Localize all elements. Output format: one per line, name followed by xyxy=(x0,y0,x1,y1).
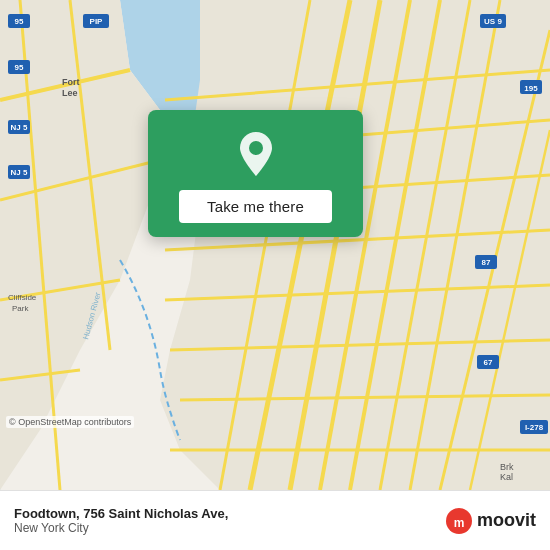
svg-text:95: 95 xyxy=(15,17,24,26)
place-name: Foodtown, 756 Saint Nicholas Ave, xyxy=(14,506,228,521)
place-info: Foodtown, 756 Saint Nicholas Ave, New Yo… xyxy=(14,506,228,535)
svg-text:NJ 5: NJ 5 xyxy=(11,168,28,177)
svg-text:Brk: Brk xyxy=(500,462,514,472)
svg-text:m: m xyxy=(454,516,465,530)
svg-text:Park: Park xyxy=(12,304,29,313)
svg-point-55 xyxy=(249,141,263,155)
svg-text:Cliffside: Cliffside xyxy=(8,293,37,302)
svg-text:Fort: Fort xyxy=(62,77,80,87)
svg-text:95: 95 xyxy=(15,63,24,72)
svg-text:195: 195 xyxy=(524,84,538,93)
svg-text:87: 87 xyxy=(482,258,491,267)
take-me-there-button[interactable]: Take me there xyxy=(179,190,332,223)
moovit-brand-icon: m xyxy=(445,507,473,535)
moovit-text: moovit xyxy=(477,510,536,531)
svg-text:NJ 5: NJ 5 xyxy=(11,123,28,132)
place-city: New York City xyxy=(14,521,228,535)
svg-text:Kal: Kal xyxy=(500,472,513,482)
svg-text:PIP: PIP xyxy=(90,17,104,26)
moovit-logo: m moovit xyxy=(445,507,536,535)
location-pin-icon xyxy=(230,128,282,180)
map-view: 95 PIP US 9 195 NJ 5 NJ 5 87 67 I-278 Fo… xyxy=(0,0,550,490)
svg-text:I-278: I-278 xyxy=(525,423,544,432)
map-attribution: © OpenStreetMap contributors xyxy=(6,416,134,428)
svg-text:67: 67 xyxy=(484,358,493,367)
svg-text:Lee: Lee xyxy=(62,88,78,98)
location-popup: Take me there xyxy=(148,110,363,237)
svg-text:US 9: US 9 xyxy=(484,17,502,26)
bottom-bar: Foodtown, 756 Saint Nicholas Ave, New Yo… xyxy=(0,490,550,550)
